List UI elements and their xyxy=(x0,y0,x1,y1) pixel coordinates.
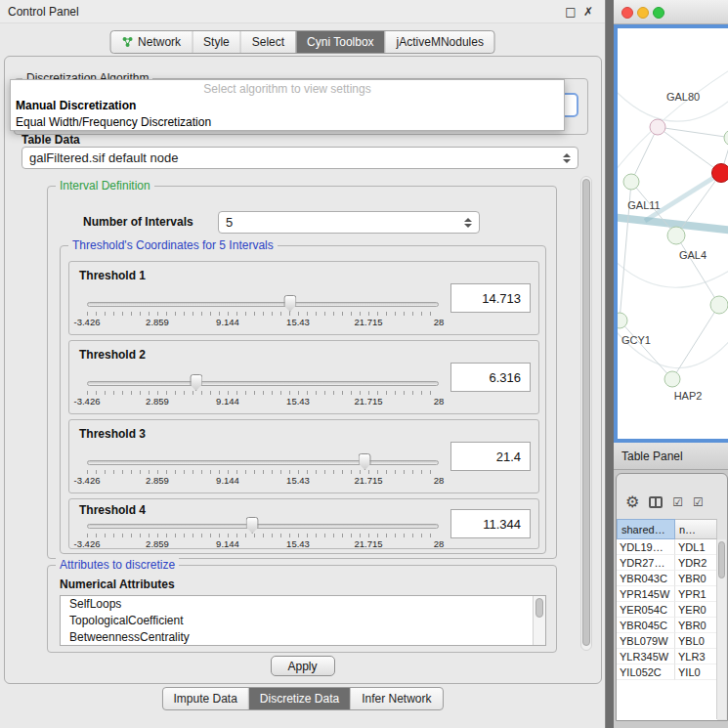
table-cell[interactable]: YLR345W xyxy=(617,649,675,664)
main-window-region: GAL80 GAL11 GAL4 GCY1 HAP2 Table Panel ⚙… xyxy=(614,0,728,728)
table-row[interactable]: YIL052CYIL0 xyxy=(617,664,717,680)
threshold-value-field[interactable]: 6.316 xyxy=(450,363,531,392)
table-cell[interactable]: YBR0 xyxy=(675,618,717,633)
tab-style[interactable]: Style xyxy=(192,31,240,53)
mac-zoom-button[interactable] xyxy=(653,7,664,19)
threshold-slider: -3.426 2.859 9.144 15.43 21.715 28 xyxy=(87,453,439,485)
network-node[interactable] xyxy=(650,119,665,135)
mac-close-button[interactable] xyxy=(621,7,633,19)
tab-impute-data[interactable]: Impute Data xyxy=(162,688,247,709)
table-row[interactable]: YBL079WYBL0 xyxy=(617,633,717,649)
table-cell[interactable]: YER0 xyxy=(675,602,717,618)
table-cell[interactable]: YIL0 xyxy=(675,664,717,680)
gear-icon[interactable]: ⚙ xyxy=(625,494,639,510)
tab-label: Impute Data xyxy=(173,692,236,706)
table-row[interactable]: YDR27…YDR2 xyxy=(617,555,717,571)
list-scrollbar xyxy=(533,596,545,645)
scale-label: 21.715 xyxy=(354,317,382,327)
network-node[interactable] xyxy=(618,313,627,328)
dropdown-option-equal-width[interactable]: Equal Width/Frequency Discretization xyxy=(11,114,564,131)
attributes-groupbox: Attributes to discretize Numerical Attri… xyxy=(47,565,557,653)
slider-track[interactable] xyxy=(87,302,439,307)
network-node-label: HAP2 xyxy=(674,390,703,402)
table-cell[interactable]: YPR145W xyxy=(617,586,675,602)
columns-icon[interactable] xyxy=(649,496,663,508)
table-data-label: Table Data xyxy=(21,133,80,147)
column-header-shared-name[interactable]: shared… xyxy=(617,519,675,539)
table-cell[interactable]: YBR0 xyxy=(675,571,717,586)
table-row[interactable]: YDL19…YDL1 xyxy=(617,539,717,555)
table-data-combo[interactable]: galFiltered.sif default node xyxy=(21,147,578,169)
threshold-box: Threshold 3 -3.426 2.859 9.144 15.43 21.… xyxy=(68,419,539,493)
tab-network[interactable]: Network xyxy=(110,31,192,53)
network-node[interactable] xyxy=(623,174,639,190)
table-cell[interactable]: YBR045C xyxy=(617,618,675,633)
network-node[interactable] xyxy=(712,164,728,183)
table-cell[interactable]: YBR043C xyxy=(617,571,675,586)
network-node[interactable] xyxy=(664,371,680,387)
tab-infer-network[interactable]: Infer Network xyxy=(350,688,442,709)
checkbox-icon[interactable]: ☑ xyxy=(693,496,704,508)
threshold-value-field[interactable]: 14.713 xyxy=(450,283,531,313)
table-cell[interactable]: YDL1 xyxy=(675,539,717,555)
network-view-canvas[interactable]: GAL80 GAL11 GAL4 GCY1 HAP2 xyxy=(618,28,728,439)
tab-label: jActiveMNodules xyxy=(397,35,484,49)
column-header-name[interactable]: n… xyxy=(675,519,717,539)
slider-track[interactable] xyxy=(87,460,439,465)
network-node[interactable] xyxy=(667,227,685,244)
tab-label: Network xyxy=(138,35,181,49)
table-cell[interactable]: YLR3 xyxy=(675,649,717,664)
table-cell[interactable]: YIL052C xyxy=(617,664,675,680)
attributes-group-title: Attributes to discretize xyxy=(56,558,179,573)
interval-definition-title: Interval Definition xyxy=(56,179,154,193)
tab-label: Infer Network xyxy=(362,692,431,706)
network-node[interactable] xyxy=(710,296,728,314)
slider-thumb[interactable] xyxy=(190,374,202,391)
list-item[interactable]: SelfLoops xyxy=(61,596,545,613)
slider-track[interactable] xyxy=(87,524,439,529)
network-node[interactable] xyxy=(724,130,728,146)
table-cell[interactable]: YPR1 xyxy=(675,586,717,602)
threshold-value-field[interactable]: 11.344 xyxy=(450,509,531,538)
scale-label: -3.426 xyxy=(74,317,101,327)
table-row[interactable]: YLR345WYLR3 xyxy=(617,649,717,664)
table-cell[interactable]: YBL079W xyxy=(617,633,675,649)
slider-thumb[interactable] xyxy=(283,295,296,312)
scale-label: 15.43 xyxy=(286,475,310,486)
close-window-icon[interactable]: ✗ xyxy=(579,5,597,19)
tab-jactivemnodules[interactable]: jActiveMNodules xyxy=(385,31,494,53)
control-panel-scrollbar xyxy=(580,176,592,651)
control-panel-scrollbar-thumb[interactable] xyxy=(582,179,590,646)
number-of-intervals-combo[interactable]: 5 xyxy=(218,211,480,234)
list-scrollbar-thumb[interactable] xyxy=(535,598,543,618)
tab-discretize-data[interactable]: Discretize Data xyxy=(248,688,350,709)
list-item[interactable]: TopologicalCoefficient xyxy=(61,613,545,629)
threshold-value-field[interactable]: 21.4 xyxy=(450,442,531,471)
float-window-icon[interactable]: □ xyxy=(562,5,579,19)
slider-thumb[interactable] xyxy=(246,517,259,534)
table-cell[interactable]: YDL19… xyxy=(617,539,675,555)
table-cell[interactable]: YDR2 xyxy=(675,555,717,571)
scale-label: 9.144 xyxy=(216,317,239,327)
slider-thumb[interactable] xyxy=(359,453,371,470)
tab-label: Discretize Data xyxy=(260,692,339,706)
tab-select[interactable]: Select xyxy=(240,31,295,53)
list-item[interactable]: BetweennessCentrality xyxy=(61,629,545,646)
network-node-label: GAL4 xyxy=(679,249,707,261)
table-cell[interactable]: YBL0 xyxy=(675,633,717,649)
slider-track[interactable] xyxy=(87,381,439,386)
mac-minimize-button[interactable] xyxy=(637,7,649,19)
table-row[interactable]: YER054CYER0 xyxy=(617,602,717,618)
tab-cyni-toolbox[interactable]: Cyni Toolbox xyxy=(295,31,384,53)
table-cell[interactable]: YER054C xyxy=(617,602,675,618)
apply-button[interactable]: Apply xyxy=(271,656,335,676)
table-row[interactable]: YPR145WYPR1 xyxy=(617,586,717,602)
dropdown-option-manual[interactable]: Manual Discretization xyxy=(11,98,564,114)
table-scrollbar-thumb[interactable] xyxy=(718,541,725,578)
checkbox-icon[interactable]: ☑ xyxy=(672,496,683,508)
table-row[interactable]: YBR045CYBR0 xyxy=(617,618,717,633)
threshold-slider: -3.426 2.859 9.144 15.43 21.715 28 xyxy=(87,374,439,406)
slider-scale: -3.426 2.859 9.144 15.43 21.715 28 xyxy=(87,317,439,326)
table-row[interactable]: YBR043CYBR0 xyxy=(617,571,717,586)
table-cell[interactable]: YDR27… xyxy=(617,555,675,571)
